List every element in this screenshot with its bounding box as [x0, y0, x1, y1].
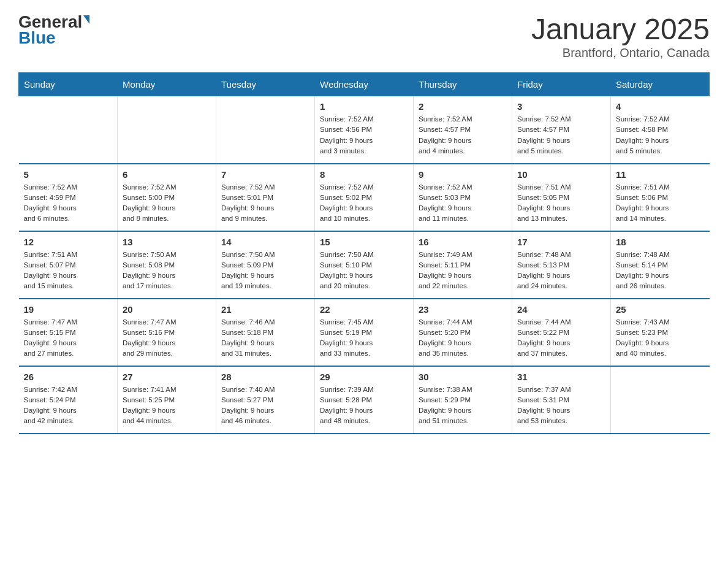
day-info: Sunrise: 7:52 AM Sunset: 5:02 PM Dayligh… — [320, 182, 408, 224]
day-number: 3 — [517, 101, 605, 112]
day-number: 29 — [320, 372, 408, 382]
day-info: Sunrise: 7:52 AM Sunset: 4:56 PM Dayligh… — [320, 114, 408, 156]
day-header-sunday: Sunday — [19, 73, 118, 96]
day-info: Sunrise: 7:50 AM Sunset: 5:09 PM Dayligh… — [221, 250, 309, 292]
day-info: Sunrise: 7:52 AM Sunset: 4:57 PM Dayligh… — [517, 114, 605, 156]
day-header-thursday: Thursday — [414, 73, 512, 96]
day-number: 23 — [419, 304, 507, 315]
day-info: Sunrise: 7:47 AM Sunset: 5:16 PM Dayligh… — [123, 317, 211, 359]
day-info: Sunrise: 7:39 AM Sunset: 5:28 PM Dayligh… — [320, 385, 408, 427]
day-number: 2 — [419, 101, 507, 112]
day-cell-2: 2Sunrise: 7:52 AM Sunset: 4:57 PM Daylig… — [414, 96, 512, 164]
day-header-monday: Monday — [118, 73, 216, 96]
logo: General Blue — [18, 12, 89, 48]
day-cell-3: 3Sunrise: 7:52 AM Sunset: 4:57 PM Daylig… — [512, 96, 611, 164]
day-number: 15 — [320, 237, 408, 247]
day-cell-11: 11Sunrise: 7:51 AM Sunset: 5:06 PM Dayli… — [611, 164, 710, 231]
day-number: 20 — [123, 304, 211, 315]
day-number: 27 — [123, 372, 211, 382]
day-number: 6 — [123, 169, 211, 180]
day-cell-25: 25Sunrise: 7:43 AM Sunset: 5:23 PM Dayli… — [611, 299, 710, 366]
day-number: 17 — [517, 237, 605, 247]
day-cell-18: 18Sunrise: 7:48 AM Sunset: 5:14 PM Dayli… — [611, 231, 710, 299]
day-number: 4 — [616, 101, 705, 112]
day-info: Sunrise: 7:50 AM Sunset: 5:08 PM Dayligh… — [123, 250, 211, 292]
day-info: Sunrise: 7:51 AM Sunset: 5:06 PM Dayligh… — [616, 182, 705, 224]
day-cell-27: 27Sunrise: 7:41 AM Sunset: 5:25 PM Dayli… — [118, 366, 216, 434]
day-number: 8 — [320, 169, 408, 180]
day-cell-12: 12Sunrise: 7:51 AM Sunset: 5:07 PM Dayli… — [19, 231, 118, 299]
day-info: Sunrise: 7:48 AM Sunset: 5:14 PM Dayligh… — [616, 250, 705, 292]
calendar-body: 1Sunrise: 7:52 AM Sunset: 4:56 PM Daylig… — [19, 96, 710, 434]
day-number: 26 — [24, 372, 113, 382]
day-header-friday: Friday — [512, 73, 611, 96]
day-info: Sunrise: 7:38 AM Sunset: 5:29 PM Dayligh… — [419, 385, 507, 427]
day-cell-5: 5Sunrise: 7:52 AM Sunset: 4:59 PM Daylig… — [19, 164, 118, 231]
day-cell-4: 4Sunrise: 7:52 AM Sunset: 4:58 PM Daylig… — [611, 96, 710, 164]
day-info: Sunrise: 7:44 AM Sunset: 5:20 PM Dayligh… — [419, 317, 507, 359]
week-row-5: 26Sunrise: 7:42 AM Sunset: 5:24 PM Dayli… — [19, 366, 710, 434]
day-number: 14 — [221, 237, 309, 247]
empty-cell — [611, 366, 710, 434]
day-info: Sunrise: 7:43 AM Sunset: 5:23 PM Dayligh… — [616, 317, 705, 359]
day-cell-1: 1Sunrise: 7:52 AM Sunset: 4:56 PM Daylig… — [315, 96, 414, 164]
day-cell-9: 9Sunrise: 7:52 AM Sunset: 5:03 PM Daylig… — [414, 164, 512, 231]
day-info: Sunrise: 7:52 AM Sunset: 4:59 PM Dayligh… — [24, 182, 113, 224]
day-cell-16: 16Sunrise: 7:49 AM Sunset: 5:11 PM Dayli… — [414, 231, 512, 299]
day-cell-7: 7Sunrise: 7:52 AM Sunset: 5:01 PM Daylig… — [216, 164, 315, 231]
day-number: 7 — [221, 169, 309, 180]
day-number: 10 — [517, 169, 605, 180]
day-number: 28 — [221, 372, 309, 382]
day-info: Sunrise: 7:42 AM Sunset: 5:24 PM Dayligh… — [24, 385, 113, 427]
day-header-wednesday: Wednesday — [315, 73, 414, 96]
day-cell-29: 29Sunrise: 7:39 AM Sunset: 5:28 PM Dayli… — [315, 366, 414, 434]
day-cell-13: 13Sunrise: 7:50 AM Sunset: 5:08 PM Dayli… — [118, 231, 216, 299]
day-number: 21 — [221, 304, 309, 315]
day-info: Sunrise: 7:52 AM Sunset: 5:03 PM Dayligh… — [419, 182, 507, 224]
day-info: Sunrise: 7:41 AM Sunset: 5:25 PM Dayligh… — [123, 385, 211, 427]
day-info: Sunrise: 7:47 AM Sunset: 5:15 PM Dayligh… — [24, 317, 113, 359]
day-info: Sunrise: 7:45 AM Sunset: 5:19 PM Dayligh… — [320, 317, 408, 359]
day-cell-20: 20Sunrise: 7:47 AM Sunset: 5:16 PM Dayli… — [118, 299, 216, 366]
day-number: 24 — [517, 304, 605, 315]
day-number: 25 — [616, 304, 705, 315]
empty-cell — [19, 96, 118, 164]
day-info: Sunrise: 7:37 AM Sunset: 5:31 PM Dayligh… — [517, 385, 605, 427]
logo-arrow-icon — [83, 15, 89, 24]
day-info: Sunrise: 7:46 AM Sunset: 5:18 PM Dayligh… — [221, 317, 309, 359]
day-cell-26: 26Sunrise: 7:42 AM Sunset: 5:24 PM Dayli… — [19, 366, 118, 434]
day-info: Sunrise: 7:44 AM Sunset: 5:22 PM Dayligh… — [517, 317, 605, 359]
day-cell-28: 28Sunrise: 7:40 AM Sunset: 5:27 PM Dayli… — [216, 366, 315, 434]
day-number: 11 — [616, 169, 705, 180]
day-number: 22 — [320, 304, 408, 315]
day-info: Sunrise: 7:52 AM Sunset: 4:58 PM Dayligh… — [616, 114, 705, 156]
day-number: 31 — [517, 372, 605, 382]
page-header: General Blue January 2025 Brantford, Ont… — [18, 12, 710, 60]
day-info: Sunrise: 7:52 AM Sunset: 5:00 PM Dayligh… — [123, 182, 211, 224]
day-info: Sunrise: 7:52 AM Sunset: 4:57 PM Dayligh… — [419, 114, 507, 156]
day-info: Sunrise: 7:40 AM Sunset: 5:27 PM Dayligh… — [221, 385, 309, 427]
title-block: January 2025 Brantford, Ontario, Canada — [531, 12, 710, 60]
days-header-row: SundayMondayTuesdayWednesdayThursdayFrid… — [19, 73, 710, 96]
day-number: 12 — [24, 237, 113, 247]
day-cell-30: 30Sunrise: 7:38 AM Sunset: 5:29 PM Dayli… — [414, 366, 512, 434]
day-info: Sunrise: 7:50 AM Sunset: 5:10 PM Dayligh… — [320, 250, 408, 292]
day-cell-6: 6Sunrise: 7:52 AM Sunset: 5:00 PM Daylig… — [118, 164, 216, 231]
day-number: 5 — [24, 169, 113, 180]
day-cell-31: 31Sunrise: 7:37 AM Sunset: 5:31 PM Dayli… — [512, 366, 611, 434]
day-cell-21: 21Sunrise: 7:46 AM Sunset: 5:18 PM Dayli… — [216, 299, 315, 366]
day-number: 19 — [24, 304, 113, 315]
day-header-tuesday: Tuesday — [216, 73, 315, 96]
day-cell-19: 19Sunrise: 7:47 AM Sunset: 5:15 PM Dayli… — [19, 299, 118, 366]
week-row-1: 1Sunrise: 7:52 AM Sunset: 4:56 PM Daylig… — [19, 96, 710, 164]
day-cell-8: 8Sunrise: 7:52 AM Sunset: 5:02 PM Daylig… — [315, 164, 414, 231]
day-cell-10: 10Sunrise: 7:51 AM Sunset: 5:05 PM Dayli… — [512, 164, 611, 231]
day-cell-17: 17Sunrise: 7:48 AM Sunset: 5:13 PM Dayli… — [512, 231, 611, 299]
day-number: 18 — [616, 237, 705, 247]
day-number: 1 — [320, 101, 408, 112]
day-info: Sunrise: 7:51 AM Sunset: 5:05 PM Dayligh… — [517, 182, 605, 224]
location-title: Brantford, Ontario, Canada — [531, 46, 710, 60]
day-cell-23: 23Sunrise: 7:44 AM Sunset: 5:20 PM Dayli… — [414, 299, 512, 366]
day-number: 30 — [419, 372, 507, 382]
day-cell-15: 15Sunrise: 7:50 AM Sunset: 5:10 PM Dayli… — [315, 231, 414, 299]
